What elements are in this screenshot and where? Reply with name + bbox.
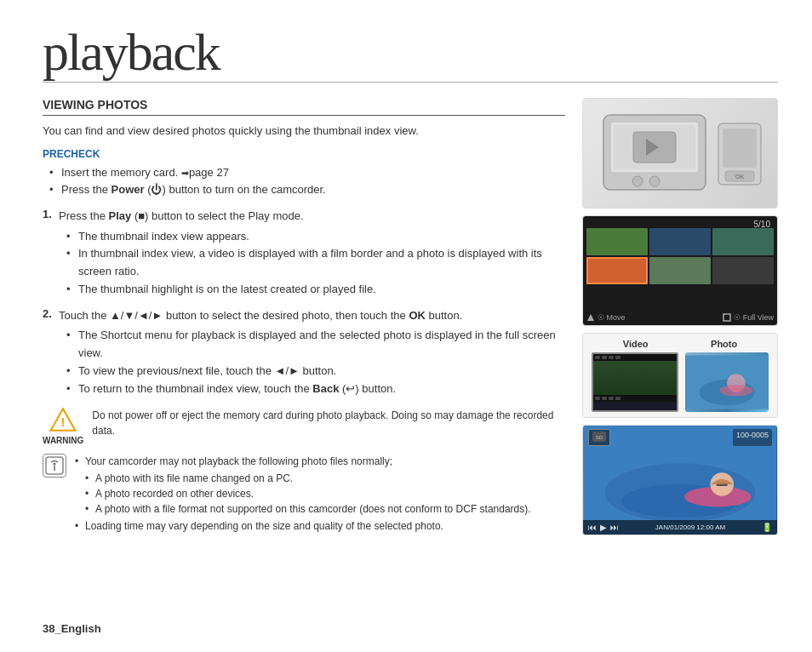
note-bullets-list: Your camcorder may not playback the foll… bbox=[75, 454, 531, 534]
panel-fullscreen: SD 100-0005 ⏮ ▶ ⏭ JAN/01/2009 12:00 AM 🔋 bbox=[582, 425, 778, 535]
note-bullet-1: Your camcorder may not playback the foll… bbox=[75, 454, 531, 517]
video-content bbox=[593, 361, 677, 395]
note-box: Your camcorder may not playback the foll… bbox=[43, 454, 565, 534]
label-row: Video Photo bbox=[583, 334, 777, 351]
fs-battery-icon: 🔋 bbox=[762, 523, 772, 532]
panel-thumbnail: 5/10 ☉ Move bbox=[582, 215, 778, 326]
fullscreen-overlay: SD 100-0005 ⏮ ▶ ⏭ JAN/01/2009 12:00 AM 🔋 bbox=[583, 426, 777, 535]
film-hole-2 bbox=[602, 356, 607, 359]
svg-text:OK: OK bbox=[735, 174, 744, 180]
note-symbol-icon bbox=[44, 455, 65, 476]
arrow-icon: ➡ bbox=[181, 168, 189, 178]
film-hole-4 bbox=[615, 356, 620, 359]
move-label: ☉ Move bbox=[586, 313, 626, 322]
step-1-sub-3: The thumbnail highlight is on the latest… bbox=[66, 281, 565, 299]
step-1-subitems: The thumbnail index view appears. In thu… bbox=[43, 228, 565, 299]
step-1-text: Press the Play (■) button to select the … bbox=[59, 208, 304, 225]
fs-bottom-bar: ⏮ ▶ ⏭ JAN/01/2009 12:00 AM 🔋 bbox=[583, 520, 777, 535]
precheck-item-1: Insert the memory card. ➡page 27 bbox=[49, 164, 565, 182]
step-2-num: 2. bbox=[43, 307, 54, 324]
step-2-sub-1: The Shortcut menu for playback is displa… bbox=[66, 327, 565, 363]
svg-marker-16 bbox=[587, 314, 594, 321]
step-2-header: 2. Touch the ▲/▼/◄/► button to select th… bbox=[43, 307, 565, 324]
thumb-5 bbox=[649, 257, 711, 284]
fs-play-btn: ▶ bbox=[600, 523, 607, 532]
svg-rect-17 bbox=[723, 314, 730, 321]
step-2-subitems: The Shortcut menu for playback is displa… bbox=[43, 327, 565, 397]
warning-icon-col: ! WARNING bbox=[43, 406, 83, 445]
thumb-4-selected bbox=[586, 257, 648, 284]
fs-file-number: 100-0005 bbox=[733, 429, 772, 446]
warning-text: Do not power off or eject the memory car… bbox=[92, 406, 565, 438]
fs-playback-controls: ⏮ ▶ ⏭ bbox=[588, 523, 619, 532]
step-1-header: 1. Press the Play (■) button to select t… bbox=[43, 208, 565, 225]
right-images: OK 5/10 bbox=[582, 98, 778, 635]
note-sub-1: A photo with its file name changed on a … bbox=[85, 471, 531, 486]
fs-prev-btn: ⏮ bbox=[588, 523, 597, 532]
film-hole-6 bbox=[602, 397, 607, 400]
svg-point-11 bbox=[649, 176, 660, 186]
section-intro: You can find and view desired photos qui… bbox=[43, 123, 565, 140]
film-strip-top bbox=[593, 354, 677, 361]
svg-rect-13 bbox=[723, 129, 757, 168]
fs-next-btn: ⏭ bbox=[610, 523, 619, 532]
film-hole-1 bbox=[595, 356, 600, 359]
precheck-item-2: Press the Power (⏻) button to turn on th… bbox=[49, 181, 565, 199]
fullview-icon bbox=[723, 313, 731, 322]
step-1-num: 1. bbox=[43, 208, 54, 225]
step-2: 2. Touch the ▲/▼/◄/► button to select th… bbox=[43, 307, 565, 398]
page-number: 38_English bbox=[43, 622, 101, 635]
precheck-list: Insert the memory card. ➡page 27 Press t… bbox=[43, 164, 565, 200]
thumb-6 bbox=[712, 257, 774, 284]
sd-card-icon: SD bbox=[592, 432, 606, 442]
svg-point-21 bbox=[719, 385, 752, 396]
film-hole-5 bbox=[595, 397, 600, 400]
svg-text:SD: SD bbox=[596, 435, 603, 440]
step-2-text: Touch the ▲/▼/◄/► button to select the d… bbox=[59, 307, 462, 324]
svg-text:!: ! bbox=[61, 415, 66, 429]
thumb-1 bbox=[586, 228, 648, 255]
thumb-2 bbox=[649, 228, 711, 255]
footer: 38_English bbox=[43, 622, 101, 635]
warning-triangle-icon: ! bbox=[49, 406, 77, 433]
video-label: Video bbox=[623, 339, 649, 349]
note-sub-3: A photo with a file format not supported… bbox=[85, 501, 531, 517]
warning-label: WARNING bbox=[43, 436, 83, 445]
note-content: Your camcorder may not playback the foll… bbox=[75, 454, 531, 534]
step-1-sub-2: In thumbnail index view, a video is disp… bbox=[66, 245, 565, 281]
fs-timestamp: JAN/01/2009 12:00 AM bbox=[655, 523, 725, 531]
video-preview bbox=[592, 352, 678, 412]
panel-device: OK bbox=[582, 98, 778, 209]
panel-labels: Video Photo bbox=[582, 333, 778, 418]
film-hole-7 bbox=[609, 397, 614, 400]
svg-point-4 bbox=[54, 463, 56, 466]
move-icon bbox=[586, 313, 595, 322]
note-sub-list: A photo with its file name changed on a … bbox=[85, 471, 531, 517]
note-icon bbox=[43, 454, 66, 478]
step-2-sub-2: To view the previous/next file, touch th… bbox=[66, 363, 565, 380]
thumbnail-grid bbox=[583, 216, 777, 301]
fs-mode-icon: SD bbox=[588, 429, 610, 446]
warning-box: ! WARNING Do not power off or eject the … bbox=[43, 406, 565, 445]
thumbnail-footer: ☉ Move ☉ Full View bbox=[586, 313, 774, 322]
fs-top-bar: SD 100-0005 bbox=[583, 426, 777, 449]
section-heading: VIEWING PHOTOS bbox=[43, 98, 565, 116]
photo-preview bbox=[685, 352, 769, 412]
fullview-label: ☉ Full View bbox=[723, 313, 774, 322]
photo-scene-icon bbox=[685, 352, 769, 412]
page: playback VIEWING PHOTOS You can find and… bbox=[0, 0, 812, 652]
page-title: playback bbox=[43, 26, 778, 78]
note-bullet-2: Loading time may vary depending on the s… bbox=[75, 518, 531, 534]
preview-row bbox=[583, 351, 777, 417]
step-1-sub-1: The thumbnail index view appears. bbox=[66, 228, 565, 246]
note-sub-2: A photo recorded on other devices. bbox=[85, 486, 531, 501]
step-1: 1. Press the Play (■) button to select t… bbox=[43, 208, 565, 299]
film-hole-8 bbox=[615, 397, 620, 400]
film-hole-3 bbox=[609, 356, 614, 359]
film-strip-bottom bbox=[593, 395, 677, 402]
step-2-sub-3: To return to the thumbnail index view, t… bbox=[66, 380, 565, 398]
precheck-label: PRECHECK bbox=[43, 148, 565, 160]
device-illustration-icon: OK bbox=[595, 106, 765, 200]
thumbnail-counter: 5/10 bbox=[754, 220, 770, 229]
left-content: VIEWING PHOTOS You can find and view des… bbox=[43, 98, 565, 635]
